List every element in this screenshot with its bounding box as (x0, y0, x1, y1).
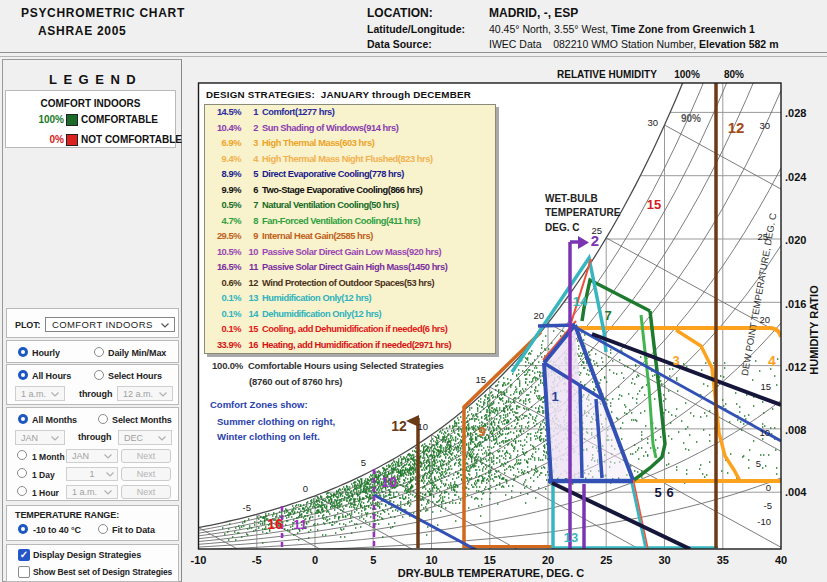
svg-text:16: 16 (267, 516, 283, 532)
svg-text:10: 10 (381, 474, 397, 490)
svg-text:30: 30 (759, 120, 770, 131)
svg-text:-10: -10 (757, 516, 771, 527)
svg-text:5: 5 (756, 458, 761, 469)
svg-text:100%: 100% (674, 69, 700, 80)
svg-text:.016: .016 (785, 298, 806, 310)
svg-text:20: 20 (542, 554, 554, 566)
svg-text:0: 0 (766, 482, 771, 493)
svg-text:-5: -5 (243, 502, 251, 513)
svg-text:15: 15 (475, 374, 486, 385)
svg-text:6: 6 (666, 485, 673, 500)
svg-text:DRY-BULB TEMPERATURE, DEG. C: DRY-BULB TEMPERATURE, DEG. C (398, 567, 584, 579)
svg-text:25: 25 (757, 231, 768, 242)
svg-text:-5: -5 (252, 554, 262, 566)
svg-text:4: 4 (768, 353, 776, 369)
svg-text:10: 10 (425, 554, 437, 566)
svg-text:DEG. C: DEG. C (545, 222, 579, 233)
svg-text:.028: .028 (785, 107, 806, 119)
svg-text:1: 1 (551, 389, 558, 404)
svg-text:14: 14 (573, 294, 588, 309)
svg-text:10: 10 (417, 421, 428, 432)
svg-text:80%: 80% (724, 69, 744, 80)
svg-text:20: 20 (759, 314, 770, 325)
svg-text:TEMPERATURE: TEMPERATURE (545, 207, 621, 218)
svg-text:5: 5 (370, 554, 376, 566)
svg-text:5: 5 (361, 457, 366, 468)
svg-text:12: 12 (728, 119, 745, 136)
svg-text:40: 40 (775, 554, 787, 566)
svg-text:15: 15 (484, 554, 496, 566)
svg-text:10: 10 (759, 427, 770, 438)
svg-text:20: 20 (533, 310, 544, 321)
svg-text:0: 0 (312, 554, 318, 566)
svg-text:15: 15 (760, 381, 771, 392)
svg-text:.008: .008 (785, 424, 806, 436)
svg-text:25: 25 (600, 554, 612, 566)
svg-text:.020: .020 (785, 234, 806, 246)
svg-text:-5: -5 (764, 500, 772, 511)
svg-text:13: 13 (564, 530, 578, 545)
svg-text:.004: .004 (785, 486, 807, 498)
svg-text:35: 35 (717, 554, 729, 566)
svg-text:12: 12 (391, 418, 407, 434)
svg-text:90%: 90% (681, 113, 701, 124)
svg-text:-10: -10 (191, 554, 207, 566)
svg-text:2: 2 (591, 232, 599, 249)
svg-text:HUMIDITY RATIO: HUMIDITY RATIO (808, 285, 820, 375)
svg-text:WET-BULB: WET-BULB (545, 193, 598, 204)
svg-text:9: 9 (478, 424, 485, 439)
svg-text:30: 30 (647, 117, 658, 128)
svg-text:7: 7 (604, 308, 611, 323)
svg-text:.024: .024 (785, 171, 807, 183)
svg-text:0: 0 (303, 483, 308, 494)
svg-text:.012: .012 (785, 361, 806, 373)
svg-text:30: 30 (658, 554, 670, 566)
svg-text:RELATIVE HUMIDITY: RELATIVE HUMIDITY (557, 69, 657, 80)
svg-text:5: 5 (654, 485, 661, 500)
svg-text:3: 3 (672, 353, 679, 368)
svg-text:15: 15 (647, 197, 661, 212)
svg-text:11: 11 (293, 517, 307, 532)
